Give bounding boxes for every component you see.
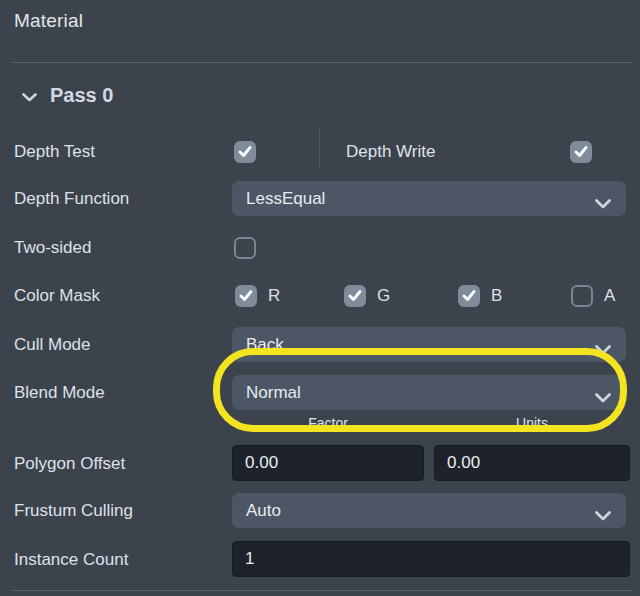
depth-function-select[interactable]: LessEqual — [232, 181, 626, 216]
blend-mode-value: Normal — [246, 383, 301, 403]
cull-mode-select[interactable]: Back — [232, 327, 626, 362]
color-mask-g-checkbox[interactable] — [344, 285, 366, 307]
depth-test-label: Depth Test — [14, 141, 95, 163]
depth-write-label: Depth Write — [346, 141, 435, 163]
color-mask-b-checkbox[interactable] — [458, 285, 480, 307]
divider — [12, 62, 632, 63]
chevron-down-icon — [595, 194, 611, 214]
color-mask-channel-b: B — [458, 285, 502, 307]
color-mask-a-checkbox[interactable] — [571, 285, 593, 307]
frustum-culling-select[interactable]: Auto — [232, 493, 626, 528]
divider — [12, 590, 632, 591]
two-sided-label: Two-sided — [14, 237, 91, 259]
two-sided-checkbox[interactable] — [234, 237, 256, 259]
color-mask-channel-g: G — [344, 285, 390, 307]
depth-write-checkbox[interactable] — [570, 141, 592, 163]
units-column-header: Units — [434, 415, 630, 431]
color-mask-a-label: A — [604, 286, 615, 306]
depth-function-label: Depth Function — [14, 188, 129, 210]
color-mask-channel-r: R — [235, 285, 280, 307]
color-mask-r-label: R — [268, 286, 280, 306]
cull-mode-value: Back — [246, 335, 284, 355]
depth-function-value: LessEqual — [246, 189, 325, 209]
section-label: Pass 0 — [50, 84, 113, 107]
panel-title: Material — [14, 10, 83, 32]
material-inspector-panel: Material Pass 0 Depth Test Depth Write D… — [0, 0, 640, 596]
chevron-down-icon — [595, 340, 611, 360]
section-header-pass0[interactable]: Pass 0 — [22, 84, 113, 107]
color-mask-channel-a: A — [571, 285, 615, 307]
depth-test-checkbox[interactable] — [234, 141, 256, 163]
color-mask-b-label: B — [491, 286, 502, 306]
divider — [319, 128, 320, 168]
instance-count-label: Instance Count — [14, 549, 128, 571]
cull-mode-label: Cull Mode — [14, 334, 91, 356]
color-mask-r-checkbox[interactable] — [235, 285, 257, 307]
chevron-down-icon — [22, 84, 37, 107]
frustum-culling-label: Frustum Culling — [14, 500, 133, 522]
color-mask-label: Color Mask — [14, 285, 100, 307]
blend-mode-select[interactable]: Normal — [232, 375, 626, 410]
color-mask-g-label: G — [377, 286, 390, 306]
factor-column-header: Factor — [232, 415, 424, 431]
polygon-offset-label: Polygon Offset — [14, 453, 125, 475]
chevron-down-icon — [595, 388, 611, 408]
blend-mode-label: Blend Mode — [14, 382, 105, 404]
frustum-culling-value: Auto — [246, 501, 281, 521]
instance-count-input[interactable] — [232, 541, 630, 577]
polygon-offset-units-input[interactable] — [434, 445, 630, 481]
chevron-down-icon — [595, 506, 611, 526]
polygon-offset-factor-input[interactable] — [232, 445, 424, 481]
